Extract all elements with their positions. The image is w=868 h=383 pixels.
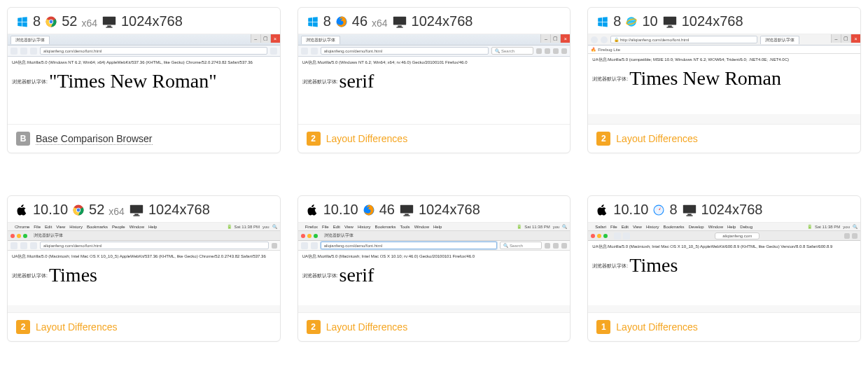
- search-box: 🔍 Search: [500, 242, 542, 249]
- svg-rect-29: [687, 214, 692, 215]
- browser-arch: x64: [108, 206, 125, 217]
- detected-font: Times: [629, 254, 678, 276]
- apple-icon: [16, 204, 29, 216]
- result-card[interactable]: 10.10 8 1024x768 SafariFileEditViewHisto…: [587, 195, 861, 342]
- card-footer: 1 Layout Differences: [588, 313, 860, 341]
- window-controls: –▢×: [831, 34, 860, 43]
- monitor-icon: [102, 14, 117, 29]
- result-card[interactable]: 8 52x64 1024x768 浏览器默认字体 –▢× aliqianfeng…: [7, 7, 281, 153]
- layout-differences-link[interactable]: Layout Differences: [36, 321, 117, 333]
- os-version: 8: [33, 13, 41, 29]
- address-bar: aliqianfeng.com: [715, 232, 760, 239]
- screenshot-thumbnail[interactable]: 浏览器默认字体 –▢× aliqianfeng.com/demo/font.ht…: [8, 34, 280, 125]
- result-card[interactable]: 10.10 46 1024x768 FirefoxFileEditViewHis…: [298, 195, 571, 342]
- base-badge: B: [16, 132, 30, 146]
- card-footer: B Base Comparison Browser: [8, 125, 280, 153]
- resolution: 1024x768: [682, 13, 743, 29]
- ua-string: UA信息:Mozilla/5.0 (Macintosh; Intel Mac O…: [592, 244, 856, 250]
- os-version: 8: [613, 13, 621, 29]
- os-version: 10.10: [33, 202, 68, 218]
- svg-rect-4: [107, 25, 111, 27]
- svg-rect-9: [396, 27, 402, 27]
- windows-icon: [596, 15, 609, 28]
- footer-label[interactable]: Base Comparison Browser: [36, 133, 153, 145]
- firefox-icon: [363, 204, 375, 216]
- chrome-icon: [45, 15, 57, 28]
- diff-count-badge: 2: [16, 320, 30, 334]
- layout-differences-link[interactable]: Layout Differences: [616, 133, 697, 145]
- apple-icon: [596, 204, 609, 216]
- result-card[interactable]: 8 10 1024x768 🔒 http://aliqianfeng.com/d…: [587, 7, 861, 153]
- svg-rect-28: [682, 204, 695, 213]
- browser-arch: x64: [81, 18, 97, 29]
- traffic-lights: [10, 234, 27, 238]
- svg-rect-12: [664, 16, 676, 25]
- layout-differences-link[interactable]: Layout Differences: [326, 133, 407, 145]
- apple-icon: [307, 204, 319, 216]
- diff-count-badge: 1: [596, 320, 610, 334]
- svg-rect-23: [405, 214, 409, 215]
- os-version: 10.10: [323, 202, 358, 218]
- window-controls: –▢×: [251, 34, 280, 43]
- svg-rect-13: [668, 25, 672, 27]
- os-version: 8: [323, 13, 331, 29]
- address-bar: aliqianfeng.com/demo/font.html: [321, 242, 498, 249]
- card-header: 8 52x64 1024x768: [8, 8, 280, 34]
- layout-differences-link[interactable]: Layout Differences: [616, 321, 697, 333]
- detected-font: serif: [340, 70, 374, 92]
- card-header: 10.10 8 1024x768: [588, 196, 860, 222]
- ua-string: UA信息:Mozilla/5.0 (Windows NT 6.2; Win64;…: [302, 60, 566, 66]
- address-bar: aliqianfeng.com/demo/font.html: [40, 47, 267, 55]
- svg-rect-19: [134, 214, 139, 215]
- diff-count-badge: 2: [596, 132, 610, 146]
- browser-version: 46: [352, 13, 368, 29]
- card-header: 10.10 46 1024x768: [298, 196, 570, 222]
- window-controls: –▢×: [540, 34, 570, 43]
- resolution: 1024x768: [419, 202, 480, 218]
- card-header: 10.10 52x64 1024x768: [8, 196, 280, 222]
- resolution: 1024x768: [412, 13, 473, 29]
- browser-tab: 浏览器默认字体: [324, 232, 354, 239]
- svg-rect-20: [133, 215, 139, 216]
- ie-icon: [625, 15, 638, 28]
- detected-font: Times New Roman: [629, 67, 781, 89]
- layout-differences-link[interactable]: Layout Differences: [326, 321, 407, 333]
- monitor-icon: [662, 14, 678, 29]
- browser-version: 46: [379, 202, 395, 218]
- svg-rect-3: [103, 16, 115, 25]
- mac-menubar: FirefoxFileEditViewHistoryBookmarksTools…: [298, 223, 570, 231]
- svg-rect-24: [403, 215, 410, 216]
- resolution: 1024x768: [121, 13, 183, 29]
- mac-menubar: SafariFileEditViewHistoryBookmarksDevelo…: [588, 223, 860, 231]
- ua-string: UA信息:Mozilla/5.0 (Macintosh; Intel Mac O…: [12, 253, 276, 260]
- chrome-icon: [72, 204, 85, 216]
- card-footer: 2 Layout Differences: [298, 125, 570, 153]
- card-header: 8 10 1024x768: [588, 8, 860, 34]
- address-bar: 🔒 http://aliqianfeng.com/demo/font.html: [610, 36, 757, 43]
- browser-tab: 浏览器默认字体: [10, 36, 50, 44]
- os-version: 10.10: [613, 202, 648, 218]
- ua-string: UA信息:Mozilla/5.0 (compatible; MSIE 10.0;…: [592, 57, 856, 63]
- monitor-icon: [129, 202, 144, 218]
- screenshot-thumbnail[interactable]: FirefoxFileEditViewHistoryBookmarksTools…: [298, 222, 570, 313]
- firefox-icon: [335, 15, 348, 28]
- monitor-icon: [682, 202, 697, 218]
- address-bar: aliqianfeng.com/demo/font.html: [321, 47, 489, 55]
- browser-arch: x64: [372, 18, 388, 29]
- svg-rect-14: [666, 27, 673, 27]
- screenshot-thumbnail[interactable]: SafariFileEditViewHistoryBookmarksDevelo…: [588, 222, 860, 313]
- svg-rect-18: [130, 204, 143, 213]
- result-card[interactable]: 10.10 52x64 1024x768 ChromeFileEditViewH…: [7, 195, 281, 342]
- result-card[interactable]: 8 46x64 1024x768 浏览器默认字体 –▢× aliqianfeng…: [298, 7, 571, 153]
- svg-rect-7: [393, 16, 405, 25]
- browser-version: 10: [642, 13, 657, 29]
- card-footer: 2 Layout Differences: [588, 125, 860, 153]
- screenshot-thumbnail[interactable]: ChromeFileEditViewHistoryBookmarksPeople…: [8, 222, 280, 313]
- svg-rect-8: [398, 25, 402, 27]
- traffic-lights: [591, 234, 608, 238]
- screenshot-thumbnail[interactable]: 🔒 http://aliqianfeng.com/demo/font.html …: [588, 34, 860, 125]
- windows-icon: [16, 15, 29, 28]
- screenshot-thumbnail[interactable]: 浏览器默认字体 –▢× aliqianfeng.com/demo/font.ht…: [298, 34, 570, 125]
- ua-string: UA信息:Mozilla/5.0 (Windows NT 6.2; Win64;…: [12, 60, 276, 66]
- firebug-bar: 🔥Firebug Lite: [588, 46, 860, 54]
